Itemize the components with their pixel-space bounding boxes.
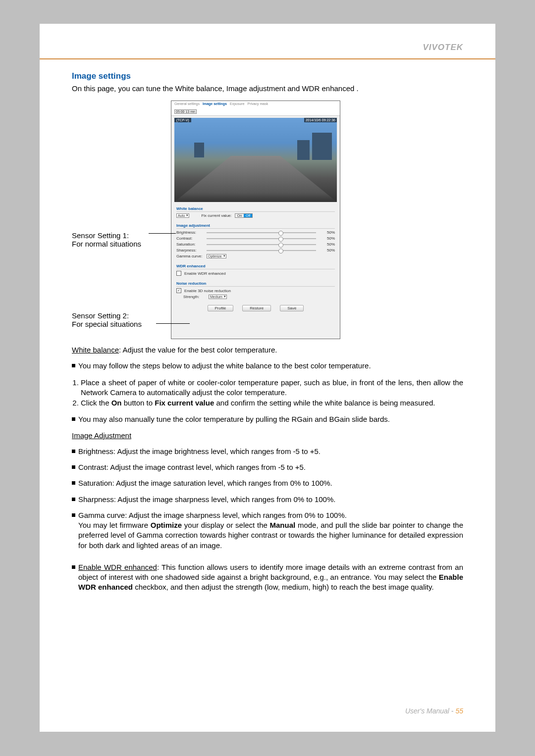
li-wdr: Enable WDR enhanced: This function allow… xyxy=(78,562,463,593)
toggle-off[interactable]: Off xyxy=(244,214,252,217)
bullet-icon xyxy=(72,417,75,421)
li-contrast: Contrast: Adjust the image contrast leve… xyxy=(78,462,306,472)
slider-saturation[interactable] xyxy=(207,244,316,245)
slider-contrast[interactable] xyxy=(207,238,316,239)
tab-image-settings[interactable]: Image settings xyxy=(203,102,227,108)
settings-panel: General settings Image settings Exposure… xyxy=(171,101,340,339)
intro-text: On this page, you can tune the White bal… xyxy=(72,84,463,93)
panel-buttons: Profile Restore Save xyxy=(171,305,340,311)
restore-button[interactable]: Restore xyxy=(242,305,271,311)
img-adj-head: Image Adjustment xyxy=(72,431,131,440)
callout-1-line1: Sensor Setting 1: xyxy=(72,231,141,240)
fix-current-toggle[interactable]: On Off xyxy=(235,213,253,218)
reset-indicator[interactable]: 05:00 13 mn xyxy=(174,109,197,114)
wdr-enable-label: Enable WDR enhanced xyxy=(184,271,226,276)
section-white-balance: White balance Auto Fix current value: On… xyxy=(171,204,340,221)
section-noise-reduction: Noise reduction ✓Enable 3D noise reducti… xyxy=(171,279,340,302)
fix-current-label: Fix current value: xyxy=(201,213,231,218)
select-gamma[interactable]: Optimize xyxy=(207,254,226,258)
callout-sensor-1: Sensor Setting 1: For normal situations xyxy=(72,231,141,248)
header-rule xyxy=(40,58,495,59)
page-footer: User's Manual - 55 xyxy=(405,707,463,715)
save-button[interactable]: Save xyxy=(280,305,304,311)
value-saturation: 50% xyxy=(322,242,335,247)
wdr-title: WDR enhanced xyxy=(176,264,335,269)
step-2: Click the On button to Fix current value… xyxy=(81,398,463,408)
label-sharpness: Sharpness: xyxy=(176,248,204,252)
callout-2-line1: Sensor Setting 2: xyxy=(72,311,142,320)
footer-label: User's Manual - xyxy=(405,707,455,715)
bullet-icon xyxy=(72,465,75,469)
bullet-icon xyxy=(72,481,75,485)
video-preview: (TCP-V) 2014/10/6 09:22:36 xyxy=(174,118,337,202)
timestamp-label: 2014/10/6 09:22:36 xyxy=(304,118,337,122)
bullet-icon xyxy=(72,513,75,517)
section-wdr: WDR enhanced Enable WDR enhanced xyxy=(171,261,340,279)
footer-page-number: 55 xyxy=(455,707,463,715)
label-gamma: Gamma curve: xyxy=(176,254,204,258)
callout-1-line2: For normal situations xyxy=(72,240,141,248)
label-brightness: Brightness: xyxy=(176,230,204,235)
img-title: Image adjustment xyxy=(176,223,335,229)
wb-mode-select[interactable]: Auto xyxy=(176,213,189,218)
panel-toolbar: 05:00 13 mn xyxy=(171,108,340,116)
wb-manual: You may also manually tune the color tem… xyxy=(78,414,390,424)
label-saturation: Saturation: xyxy=(176,242,204,247)
bullet-icon xyxy=(72,498,75,501)
li-saturation: Saturation: Adjust the image saturation … xyxy=(78,478,332,488)
li-brightness: Brightness: Adjust the image brightness … xyxy=(78,447,321,456)
stream-label: (TCP-V) xyxy=(174,118,191,122)
settings-diagram: General settings Image settings Exposure… xyxy=(72,101,463,338)
label-strength: Strength: xyxy=(183,295,206,299)
toggle-on[interactable]: On xyxy=(235,214,244,217)
bullet-icon xyxy=(72,565,75,569)
tab-privacy-mask[interactable]: Privacy mask xyxy=(248,102,268,108)
wb-title: White balance xyxy=(176,206,335,212)
value-contrast: 50% xyxy=(322,236,335,241)
value-brightness: 50% xyxy=(322,230,335,235)
li-gamma: Gamma curve: Adjust the image sharpness … xyxy=(78,510,463,551)
profile-button[interactable]: Profile xyxy=(208,305,234,311)
checkbox-nr[interactable]: ✓ xyxy=(176,288,181,293)
label-contrast: Contrast: xyxy=(176,236,204,241)
bullet-icon xyxy=(72,364,75,367)
tab-exposure[interactable]: Exposure xyxy=(230,102,245,108)
select-strength[interactable]: Medium xyxy=(209,295,227,299)
wb-follow: You may follow the steps below to adjust… xyxy=(78,361,371,371)
checkbox-wdr[interactable] xyxy=(176,271,181,276)
slider-sharpness[interactable] xyxy=(207,250,316,251)
nr-title: Noise reduction xyxy=(176,281,335,287)
brand-text: VIVOTEK xyxy=(423,43,463,52)
section-image-adjustment: Image adjustment Brightness:50% Contrast… xyxy=(171,221,340,261)
value-sharpness: 50% xyxy=(322,248,335,252)
tab-general[interactable]: General settings xyxy=(174,102,200,108)
wb-head: White balance xyxy=(72,346,119,354)
slider-brightness[interactable] xyxy=(207,232,316,233)
step-1: Place a sheet of paper of white or coole… xyxy=(81,378,463,398)
panel-tabs: General settings Image settings Exposure… xyxy=(171,101,340,108)
wb-tail: : Adjust the value for the best color te… xyxy=(119,346,277,354)
callout-2-line2: For special situations xyxy=(72,320,142,328)
nr-enable-label: Enable 3D noise reduction xyxy=(184,289,231,293)
section-heading: Image settings xyxy=(72,71,463,81)
callout-sensor-2: Sensor Setting 2: For special situations xyxy=(72,311,142,328)
bullet-icon xyxy=(72,450,75,453)
li-sharpness: Sharpness: Adjust the image sharpness le… xyxy=(78,495,335,504)
body-text: White balance: Adjust the value for the … xyxy=(72,345,463,593)
